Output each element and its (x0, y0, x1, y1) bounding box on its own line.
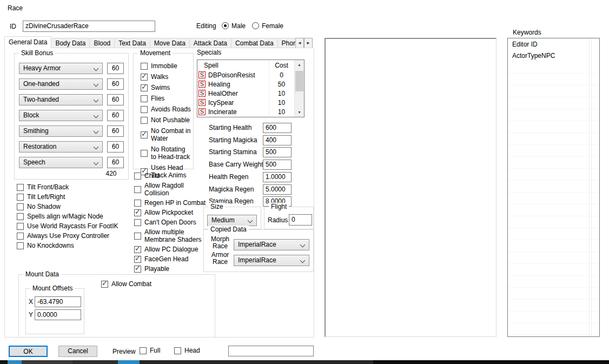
checkbox-no-shadow[interactable]: No Shadow (17, 203, 130, 210)
skill-bonus-value-two-handed[interactable]: 60 (107, 94, 124, 105)
checkbox-always-use-proxy-controller[interactable]: Always Use Proxy Controller (17, 232, 130, 240)
special-row-healother[interactable]: SHealOther10 (197, 89, 304, 98)
checkbox-label: Always Use Proxy Controller (27, 232, 109, 240)
scroll-down-icon[interactable]: ▼ (295, 108, 304, 117)
stat-input-base-carry-weight[interactable]: 500 (263, 160, 292, 170)
checkbox-label: Child (144, 172, 159, 180)
checkbox-regen-hp-in-combat[interactable]: Regen HP in Combat (134, 199, 207, 207)
tab-blood[interactable]: Blood (89, 38, 115, 48)
checkbox-allow-pickpocket[interactable]: ✓Allow Pickpocket (134, 209, 207, 216)
radio-male[interactable] (222, 22, 229, 29)
preview-text-field[interactable] (228, 346, 314, 356)
checkbox-allow-pc-dialogue[interactable]: ✓Allow PC Dialogue (134, 246, 207, 253)
specials-scrollbar[interactable]: ▲ ▼ (294, 60, 304, 117)
checkbox-immobile[interactable]: Immobile (141, 62, 191, 70)
taskbar-sliver[interactable] (0, 360, 609, 364)
stat-input-starting-health[interactable]: 600 (263, 123, 292, 133)
chevron-down-icon (300, 242, 306, 248)
checkbox-tilt-front-back[interactable]: Tilt Front/Back (17, 183, 130, 191)
stat-input-starting-stamina[interactable]: 500 (263, 147, 292, 157)
checkbox-not-pushable[interactable]: Not Pushable (141, 116, 191, 124)
skill-select-two-handed[interactable]: Two-handed (19, 94, 103, 105)
checkbox-no-combat-in-water[interactable]: ✓No Combat in Water (141, 127, 191, 142)
special-row-dbpoisonresist[interactable]: SDBPoisonResist0 (197, 71, 304, 80)
skill-select-speech[interactable]: Speech (19, 157, 103, 168)
preview-viewport[interactable] (325, 38, 497, 337)
skill-select-restoration[interactable]: Restoration (19, 141, 103, 153)
mount-y-input[interactable]: 0.0000 (35, 309, 81, 320)
checkbox-box-icon (134, 219, 141, 226)
tab-attack-data[interactable]: Attack Data (189, 38, 231, 48)
checkbox-can-t-open-doors[interactable]: Can't Open Doors (134, 219, 207, 226)
scrollbar-thumb[interactable] (295, 71, 303, 91)
checkbox-spells-align-w-magic-node[interactable]: Spells align w/Magic Node (17, 213, 130, 220)
special-row-healing[interactable]: SHealing50 (197, 80, 304, 89)
checkbox-playable[interactable]: ✓Playable (134, 265, 207, 273)
checkbox-allow-multiple-membrane-shaders[interactable]: Allow multiple Membrane Shaders (134, 228, 207, 243)
keywords-column-header[interactable]: Editor ID (508, 38, 599, 50)
keywords-list[interactable]: Editor ID ActorTypeNPC (507, 38, 600, 337)
checkbox-full[interactable]: Full (140, 347, 172, 354)
skill-bonus-value-restoration[interactable]: 60 (107, 141, 124, 153)
tab-move-data[interactable]: Move Data (150, 38, 190, 48)
taskbar-segment (140, 360, 373, 364)
checkbox-walks[interactable]: ✓Walks (141, 73, 191, 81)
skill-select-smithing[interactable]: Smithing (19, 125, 103, 137)
tab-combat-data[interactable]: Combat Data (231, 38, 278, 48)
tab-scroll-left-icon[interactable]: ◄ (295, 38, 304, 48)
tab-general-data[interactable]: General Data (4, 36, 51, 48)
specials-list[interactable]: Spell Cost SDBPoisonResist0SHealing50SHe… (197, 59, 304, 117)
skill-bonus-value-speech[interactable]: 60 (107, 157, 124, 168)
checkbox-no-rotating-to-head-track[interactable]: No Rotating to Head-track (141, 145, 191, 161)
tab-scroll-right-icon[interactable]: ► (304, 38, 313, 48)
stat-input-starting-magicka[interactable]: 400 (263, 135, 292, 145)
checkbox-no-knockdowns[interactable]: No Knockdowns (17, 242, 130, 249)
checkbox-tilt-left-right[interactable]: Tilt Left/Right (17, 193, 130, 201)
checkbox-head[interactable]: Head (174, 347, 209, 354)
skill-select-block[interactable]: Block (19, 110, 103, 121)
special-row-incinerate[interactable]: SIncinerate10 (197, 108, 304, 117)
checkbox-child[interactable]: Child (134, 172, 207, 180)
checkbox-allow-ragdoll-collision[interactable]: Allow Ragdoll Collision (134, 182, 207, 197)
checkbox-label: Full (150, 347, 160, 354)
morph-race-select[interactable]: ImperialRace (234, 239, 309, 250)
stat-input-magicka-regen[interactable]: 5.0000 (263, 184, 292, 195)
special-spell-cost: 10 (269, 90, 294, 97)
stat-input-health-regen[interactable]: 1.0000 (263, 172, 292, 182)
skill-select-value: Block (23, 111, 39, 119)
checkbox-flies[interactable]: Flies (141, 95, 191, 102)
checkbox-swims[interactable]: ✓Swims (141, 84, 191, 91)
skill-bonus-value-heavy-armor[interactable]: 60 (107, 63, 124, 74)
checkbox-box-icon: ✓ (141, 131, 148, 138)
checkbox-allow-combat[interactable]: ✓Allow Combat (101, 280, 177, 288)
skill-bonus-title: Skill Bonus (19, 49, 55, 57)
keywords-empty-row (508, 133, 599, 145)
tab-text-data[interactable]: Text Data (114, 38, 150, 48)
armor-race-select[interactable]: ImperialRace (234, 255, 309, 266)
checkbox-avoids-roads[interactable]: Avoids Roads (141, 105, 191, 113)
checkbox-use-world-raycasts-for-footik[interactable]: Use World Raycasts For FootIK (17, 222, 130, 230)
id-label: ID (10, 23, 16, 30)
checkbox-facegen-head[interactable]: ✓FaceGen Head (134, 255, 207, 263)
stat-label-base-carry-weight: Base Carry Weight (209, 161, 263, 168)
cancel-button[interactable]: Cancel (58, 346, 97, 357)
tab-strip: General DataBody DataBloodText DataMove … (4, 36, 295, 48)
radius-input[interactable]: 0 (289, 214, 312, 226)
checkbox-label: Playable (144, 265, 169, 273)
tab-phoneme-mapping[interactable]: Phoneme Mapping (277, 38, 295, 48)
mount-x-input[interactable]: -63.4790 (35, 296, 81, 307)
id-input[interactable]: zDivineCrusaderRace (23, 21, 155, 32)
skill-bonus-value-block[interactable]: 60 (107, 110, 124, 121)
ok-button[interactable]: OK (9, 346, 48, 357)
size-select[interactable]: Medium (207, 215, 257, 226)
tab-body-data[interactable]: Body Data (51, 38, 90, 48)
scroll-up-icon[interactable]: ▲ (295, 60, 304, 69)
skill-bonus-value-smithing[interactable]: 60 (107, 125, 124, 137)
keyword-item-actortypenpc[interactable]: ActorTypeNPC (508, 50, 599, 62)
checkbox-box-icon (134, 186, 141, 193)
radio-female[interactable] (252, 22, 259, 29)
skill-bonus-value-one-handed[interactable]: 60 (107, 78, 124, 90)
special-row-icyspear[interactable]: SIcySpear10 (197, 98, 304, 108)
skill-select-one-handed[interactable]: One-handed (19, 78, 103, 90)
skill-select-heavy-armor[interactable]: Heavy Armor (19, 63, 103, 74)
